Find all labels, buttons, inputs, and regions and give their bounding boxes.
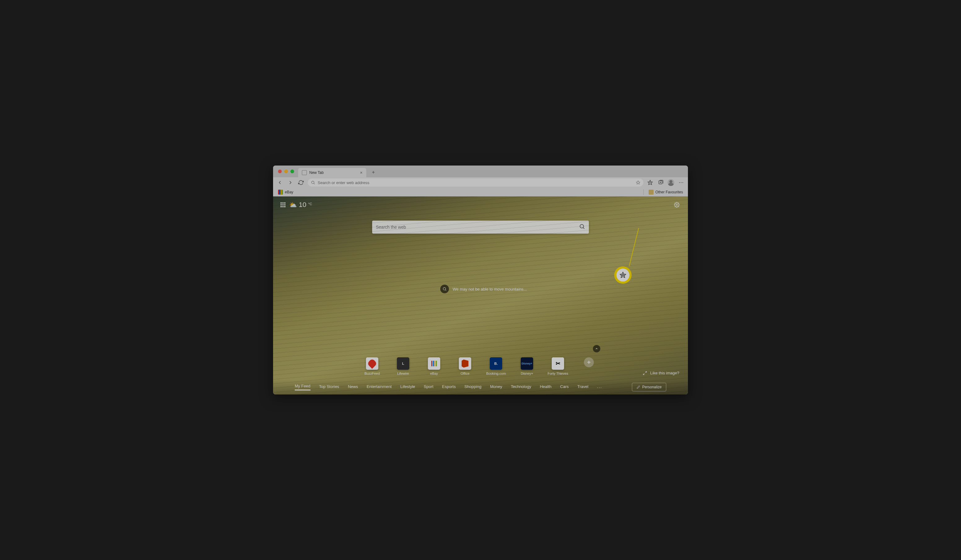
weather-icon: ⛅	[289, 201, 297, 209]
search-submit-button[interactable]	[579, 223, 585, 231]
svg-point-7	[679, 182, 680, 183]
close-tab-button[interactable]: ×	[360, 170, 363, 175]
browser-tab[interactable]: New Tab ×	[298, 168, 366, 177]
weather-temperature: 10	[299, 201, 306, 209]
quicklink-label: Office	[461, 372, 470, 375]
quicklink-label: BuzzFeed	[365, 372, 380, 375]
maximize-window-button[interactable]	[291, 170, 294, 173]
like-image-text: Like this image?	[650, 371, 679, 375]
feed-tab-news[interactable]: News	[348, 384, 358, 390]
profile-avatar[interactable]	[667, 179, 674, 186]
svg-point-8	[681, 182, 681, 183]
quicklink-buzzfeed[interactable]: BuzzFeed	[365, 357, 379, 375]
quicklink-label: Forty Thieves	[548, 372, 568, 375]
search-wrap	[273, 221, 688, 234]
back-button[interactable]	[276, 179, 284, 186]
close-window-button[interactable]	[278, 170, 282, 173]
image-quote: We may not be able to move mountains...	[440, 285, 527, 293]
minimize-window-button[interactable]	[284, 170, 288, 173]
address-placeholder: Search or enter web address	[318, 180, 370, 185]
feed-tab-money[interactable]: Money	[490, 384, 502, 390]
quicklink-ebay[interactable]: eBay	[427, 357, 441, 375]
browser-window: New Tab × + Search or enter web address	[273, 165, 688, 395]
feed-tab-top-stories[interactable]: Top Stories	[319, 384, 339, 390]
lifewire-icon: L	[397, 357, 409, 370]
toolbar: Search or enter web address	[273, 177, 688, 188]
other-favourites-folder[interactable]: Other Favourites	[647, 189, 685, 196]
svg-point-11	[580, 224, 583, 228]
weather-unit: °C	[308, 202, 312, 206]
search-box[interactable]	[372, 221, 589, 234]
like-image-prompt[interactable]: Like this image?	[643, 371, 679, 375]
bookmarks-bar: eBay Other Favourites	[273, 188, 688, 196]
quicklink-label	[588, 369, 589, 373]
feed-tab-lifestyle[interactable]: Lifestyle	[400, 384, 415, 390]
quicklink-lifewire[interactable]: L Lifewire	[396, 357, 410, 375]
add-favourite-icon[interactable]	[636, 180, 640, 185]
quicklink-booking[interactable]: B. Booking.com	[489, 357, 503, 375]
svg-point-9	[682, 182, 683, 183]
buzzfeed-icon	[366, 357, 378, 370]
bookmark-ebay[interactable]: eBay	[276, 189, 295, 196]
page-settings-button[interactable]	[673, 201, 680, 209]
refresh-button[interactable]	[297, 179, 305, 186]
feed-tab-more[interactable]: ...	[597, 384, 602, 390]
apps-grid-button[interactable]	[281, 202, 286, 207]
annotation-favourites-callout	[614, 266, 632, 284]
content-top-bar: ⛅ 10 °C	[273, 196, 688, 213]
bookmark-label: eBay	[285, 190, 293, 194]
quicklink-add[interactable]: +	[582, 357, 596, 375]
favourites-star-icon	[620, 272, 626, 278]
quicklink-forty-thieves[interactable]: ✂ Forty Thieves	[551, 357, 565, 375]
feed-tab-health[interactable]: Health	[540, 384, 552, 390]
svg-point-12	[443, 287, 445, 290]
personalize-label: Personalize	[642, 385, 662, 389]
feed-tab-shopping[interactable]: Shopping	[464, 384, 481, 390]
svg-point-0	[312, 181, 314, 183]
quicklink-office[interactable]: Office	[458, 357, 472, 375]
weather-widget[interactable]: ⛅ 10 °C	[289, 201, 312, 209]
quicklink-label: Booking.com	[486, 372, 506, 375]
search-input[interactable]	[376, 225, 579, 229]
quicklink-label: Disney+	[521, 372, 533, 375]
collections-button[interactable]	[657, 179, 664, 186]
svg-point-10	[676, 204, 678, 206]
feed-tab-technology[interactable]: Technology	[511, 384, 531, 390]
disney-icon: Disney+	[521, 357, 533, 370]
tab-favicon-icon	[302, 170, 307, 175]
quote-search-icon[interactable]	[440, 285, 449, 293]
svg-marker-1	[636, 181, 640, 184]
address-bar[interactable]: Search or enter web address	[308, 178, 643, 186]
expand-icon	[643, 371, 647, 375]
folder-label: Other Favourites	[656, 190, 683, 194]
new-tab-page: ⛅ 10 °C We may not be able to move mount…	[273, 196, 688, 395]
forty-thieves-icon: ✂	[552, 357, 564, 370]
forward-button[interactable]	[287, 179, 294, 186]
quicklink-label: eBay	[430, 372, 438, 375]
quicklink-label: Lifewire	[397, 372, 409, 375]
ebay-icon	[278, 190, 283, 194]
personalize-button[interactable]: Personalize	[632, 383, 666, 392]
feed-tab-esports[interactable]: Esports	[442, 384, 456, 390]
booking-icon: B.	[490, 357, 502, 370]
pencil-icon	[636, 385, 640, 389]
feed-tab-entertainment[interactable]: Entertainment	[366, 384, 392, 390]
tab-title: New Tab	[309, 170, 358, 175]
quote-text: We may not be able to move mountains...	[453, 287, 527, 292]
feed-tab-sport[interactable]: Sport	[424, 384, 434, 390]
feed-tab-my-feed[interactable]: My Feed	[295, 383, 310, 390]
annotation-line	[629, 228, 639, 267]
ebay-icon	[428, 357, 440, 370]
plus-icon: +	[584, 357, 594, 367]
quicklink-disney[interactable]: Disney+ Disney+	[520, 357, 534, 375]
office-icon	[459, 357, 471, 370]
quicklinks-row: BuzzFeed L Lifewire eBay Office B. Booki…	[273, 357, 688, 375]
feed-tab-travel[interactable]: Travel	[577, 384, 588, 390]
feed-nav: My Feed Top Stories News Entertainment L…	[273, 380, 688, 395]
feed-tab-cars[interactable]: Cars	[560, 384, 569, 390]
favourites-button[interactable]	[646, 179, 654, 186]
tab-strip: New Tab × +	[273, 165, 688, 177]
collapse-quicklinks-button[interactable]	[593, 345, 600, 352]
menu-button[interactable]	[677, 179, 685, 186]
new-tab-button[interactable]: +	[370, 168, 377, 176]
